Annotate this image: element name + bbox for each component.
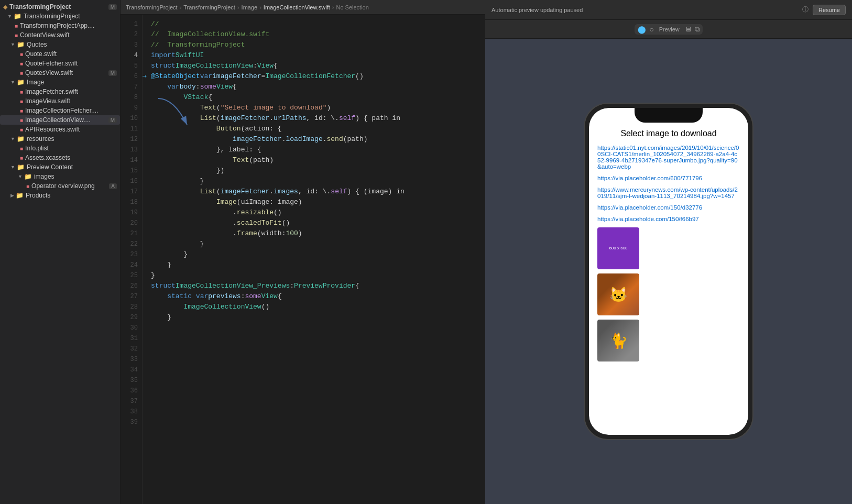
sidebar-item-images-folder[interactable]: ▼ 📁 images (0, 172, 120, 181)
preview-toolbar: Automatic preview updating paused ⓘ Resu… (485, 0, 852, 20)
ln-5: 5 (121, 61, 138, 71)
ln-2: 2 (121, 29, 138, 40)
url-link-5[interactable]: https://via.placeholde.com/150/f66b97 (597, 216, 740, 222)
chevron-down-icon: ▼ (7, 14, 12, 19)
breadcrumb-sep-1: › (180, 4, 182, 10)
url-link-2[interactable]: https://via.placeholder.com/600/771796 (597, 175, 740, 181)
copy-icon[interactable]: ⧉ (695, 25, 700, 34)
sidebar-item-products[interactable]: ▶ 📁 Products (0, 191, 120, 200)
ln-37: 37 (121, 396, 138, 407)
swift-file-icon: ■ (15, 23, 18, 29)
sidebar: ◆ TransformingProject M ▼ 📁 Transforming… (0, 0, 121, 504)
products-folder-icon: 📁 (16, 192, 24, 199)
breadcrumb-sep-4: › (332, 4, 334, 10)
ln-39: 39 (121, 417, 138, 428)
icv-badge: M (108, 117, 117, 123)
url-link-1[interactable]: https://static01.nyt.com/images/2019/10/… (597, 145, 740, 170)
code-line-33: } (151, 260, 485, 270)
ln-8: 8 (121, 92, 138, 103)
ln-26: 26 (121, 281, 138, 291)
ln-33: 33 (121, 354, 138, 365)
code-line-32: } (151, 249, 485, 260)
sidebar-item-imagecollectionview[interactable]: ■ ImageCollectionView.... M (0, 115, 120, 125)
preview-pause-status: Automatic preview updating paused (491, 7, 798, 13)
ln-7: 7 (121, 82, 138, 92)
ln-9: 9 (121, 103, 138, 113)
ln-3: 3 (121, 40, 138, 50)
sidebar-item-imagefetcher[interactable]: ■ ImageFetcher.swift (0, 87, 120, 96)
chevron-down-icon-2: ▼ (10, 42, 15, 47)
sidebar-item-contentview[interactable]: ■ ContentView.swift (0, 30, 120, 40)
code-line-29: .frame(width: 100) (151, 228, 485, 239)
swift-icon-4: ■ (20, 61, 23, 67)
sidebar-item-quote[interactable]: ■ Quote.swift (0, 49, 120, 59)
image-thumb-3 (597, 320, 639, 361)
code-line-20: }, label: { (151, 145, 485, 155)
resources-folder-icon: 📁 (17, 135, 25, 143)
url-link-4[interactable]: https://via.placeholder.com/150/d32776 (597, 204, 740, 211)
phone-screen-title: Select image to download (597, 129, 740, 138)
image-folder-icon: 📁 (17, 79, 25, 86)
sidebar-item-transformingproject-folder[interactable]: ▼ 📁 TransformingProject (0, 12, 120, 21)
sidebar-item-operator-overview[interactable]: ■ Operator overview.png A (0, 181, 120, 191)
folder-label: TransformingProject (24, 13, 80, 20)
ln-10: 10 (121, 113, 138, 124)
project-label: TransformingProject (9, 3, 71, 10)
monitor-icon[interactable]: 🖥 (685, 25, 692, 33)
sidebar-item-apiresources[interactable]: ■ APIResources.swift (0, 125, 120, 134)
ln-34: 34 (121, 365, 138, 375)
ln-4: 4 (121, 50, 138, 61)
resume-button[interactable]: Resume (813, 5, 846, 15)
ln-19: 19 (121, 207, 138, 218)
sidebar-item-resources-folder[interactable]: ▼ 📁 resources (0, 134, 120, 144)
ln-12: 12 (121, 134, 138, 145)
code-content[interactable]: // // ImageCollectionView.swift // Trans… (143, 15, 485, 504)
code-line-26: Image(uiImage: image) (151, 197, 485, 207)
sidebar-item-preview-content[interactable]: ▼ 📁 Preview Content (0, 162, 120, 172)
sidebar-item-imagecollectionfetcher[interactable]: ■ ImageCollectionFetcher.... (0, 106, 120, 115)
code-line-17: List(imageFetcher.urlPaths, id: \.self) … (151, 113, 485, 124)
swift-icon-9: ■ (20, 117, 23, 123)
url-link-3[interactable]: https://www.mercurynews.com/wp-content/u… (597, 187, 740, 199)
code-line-21: Text(path) (151, 155, 485, 166)
breadcrumb-sep-3: › (259, 4, 261, 10)
sidebar-item-quotesview[interactable]: ■ QuotesView.swift M (0, 68, 120, 78)
circle-fill-icon[interactable]: ⬤ (638, 25, 646, 34)
image-file-icon: ■ (26, 183, 29, 189)
code-line-11: var body: some View { (151, 82, 485, 92)
breadcrumb-part-3: Image (242, 4, 258, 10)
code-editor[interactable]: 1 2 3 4 5 6 7 8 9 10 11 12 13 14 15 16 1… (121, 15, 485, 504)
project-badge: M (108, 4, 117, 10)
phone-frame: Select image to download https://static0… (585, 104, 752, 439)
line-numbers: 1 2 3 4 5 6 7 8 9 10 11 12 13 14 15 16 1… (121, 15, 143, 504)
chevron-down-icon-3: ▼ (10, 80, 15, 85)
code-line-7: struct ImageCollectionView: View { (151, 61, 485, 71)
images-folder-icon: 📁 (24, 173, 32, 180)
code-line-3: // TransformingProject (151, 40, 485, 50)
folder-icon: 📁 (14, 13, 21, 20)
sidebar-item-quotefetcher[interactable]: ■ QuoteFetcher.swift (0, 59, 120, 68)
preview-text-icon[interactable]: Preview (659, 26, 680, 32)
sidebar-item-app[interactable]: ■ TransformingProjectApp.... (0, 21, 120, 30)
code-line-23: } (151, 176, 485, 187)
sidebar-item-image-folder[interactable]: ▼ 📁 Image (0, 78, 120, 87)
sidebar-item-imageview[interactable]: ■ ImageView.swift (0, 96, 120, 106)
sidebar-item-infoplist[interactable]: ■ Info.plist (0, 144, 120, 153)
swift-icon-3: ■ (20, 51, 23, 57)
contentview-label: ContentView.swift (20, 31, 70, 39)
code-line-5: import SwiftUI (151, 50, 485, 61)
chevron-right-icon: ▶ (10, 193, 14, 198)
code-line-28: .scaledToFit() (151, 218, 485, 228)
swift-icon-6: ■ (20, 89, 23, 95)
preview-panel: Automatic preview updating paused ⓘ Resu… (485, 0, 852, 504)
code-line-25: List(imageFetcher.images, id: \.self) { … (151, 187, 485, 197)
project-root[interactable]: ◆ TransformingProject M (0, 2, 120, 12)
quotes-folder-icon: 📁 (17, 41, 25, 48)
circle-outline-icon[interactable]: ○ (649, 25, 653, 34)
sidebar-item-assets[interactable]: ■ Assets.xcassets (0, 153, 120, 162)
ln-36: 36 (121, 386, 138, 396)
code-line-9: → @StateObject var imageFetcher = ImageC… (151, 71, 485, 82)
preview-folder-icon: 📁 (17, 163, 25, 171)
sidebar-item-quotes-folder[interactable]: ▼ 📁 Quotes (0, 40, 120, 49)
swift-file-icon-2: ■ (15, 32, 18, 38)
